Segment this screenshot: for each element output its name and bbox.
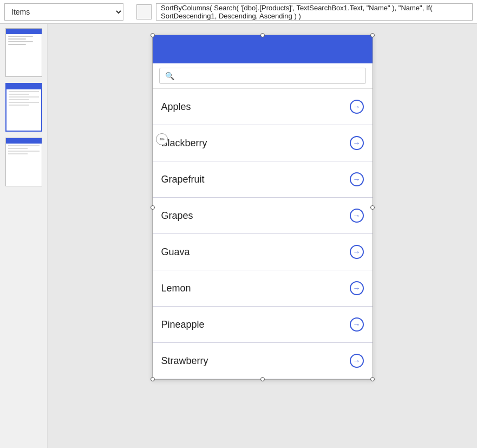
resize-handle-ml[interactable] — [151, 205, 155, 210]
resize-handle-bc[interactable] — [260, 377, 265, 381]
search-icon: 🔍 — [165, 72, 174, 80]
arrow-icon[interactable]: → — [350, 209, 364, 223]
resize-handle-tl[interactable] — [151, 33, 155, 37]
item-name: Guava — [161, 246, 190, 258]
detail-thumb — [5, 83, 42, 132]
items-select[interactable]: Items — [4, 3, 123, 21]
sidebar-item-detail[interactable] — [2, 83, 45, 133]
sidebar-item-edit[interactable] — [2, 138, 45, 188]
list-item[interactable]: Pineapple → — [153, 307, 373, 343]
list-item[interactable]: Apples → — [153, 89, 373, 125]
list-item[interactable]: Grapes → — [153, 198, 373, 234]
item-name: Strawberry — [161, 355, 208, 367]
item-name: Lemon — [161, 283, 191, 294]
app-frame: 🔍 Apples → Blackberry → Grapefruit → Gra… — [152, 35, 373, 380]
resize-handle-bl[interactable] — [151, 377, 155, 381]
arrow-icon[interactable]: → — [350, 354, 364, 368]
main-area: ✏ 🔍 — [0, 24, 477, 448]
item-name: Blackberry — [161, 138, 207, 149]
browse-thumb — [5, 28, 42, 77]
list-item[interactable]: Blackberry → — [153, 125, 373, 161]
item-name: Pineapple — [161, 319, 205, 330]
formula-bar[interactable]: SortByColumns( Search( '[dbo].[Products]… — [156, 3, 473, 21]
arrow-icon[interactable]: → — [350, 281, 364, 295]
edit-thumb — [5, 138, 42, 186]
resize-handle-br[interactable] — [370, 377, 375, 381]
canvas: ✏ 🔍 — [48, 24, 477, 448]
resize-handle-tc[interactable] — [260, 33, 265, 37]
item-name: Grapefruit — [161, 174, 205, 185]
arrow-icon[interactable]: → — [350, 245, 364, 259]
app-header — [153, 35, 373, 63]
resize-handle-mr[interactable] — [370, 205, 375, 210]
sidebar — [0, 24, 48, 448]
arrow-icon[interactable]: → — [350, 317, 364, 332]
toolbar: Items SortByColumns( Search( '[dbo].[Pro… — [0, 0, 477, 24]
arrow-icon[interactable]: → — [350, 136, 364, 150]
search-bar: 🔍 — [153, 63, 373, 89]
arrow-icon[interactable]: → — [350, 172, 364, 186]
list-item[interactable]: Lemon → — [153, 270, 373, 307]
sidebar-item-browse[interactable] — [2, 28, 45, 79]
list-item[interactable]: Grapefruit → — [153, 161, 373, 198]
search-input-wrapper[interactable]: 🔍 — [159, 68, 366, 84]
arrow-icon[interactable]: → — [350, 100, 364, 114]
fx-button[interactable] — [136, 4, 152, 20]
list-item[interactable]: Guava → — [153, 234, 373, 270]
product-list: Apples → Blackberry → Grapefruit → Grape… — [153, 89, 373, 379]
list-item[interactable]: Strawberry → — [153, 343, 373, 379]
edit-pencil-icon[interactable]: ✏ — [156, 133, 168, 145]
item-name: Grapes — [161, 210, 193, 222]
resize-handle-tr[interactable] — [370, 33, 375, 37]
item-name: Apples — [161, 101, 191, 113]
